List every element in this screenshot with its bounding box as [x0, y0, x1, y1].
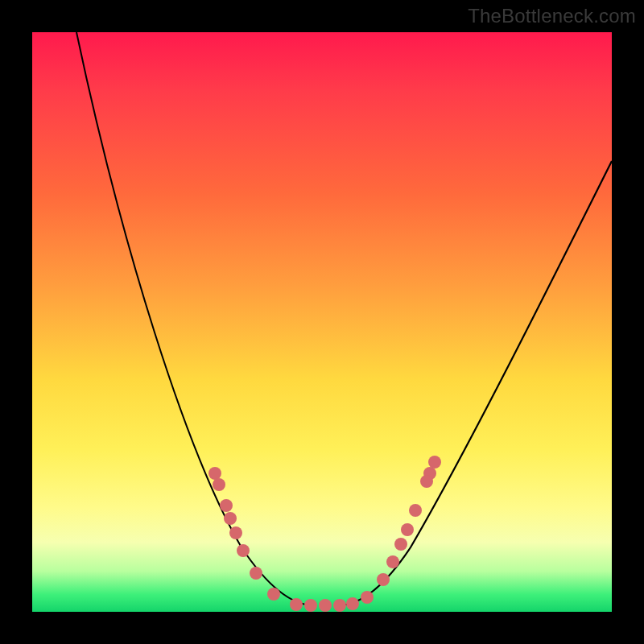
- chart-frame: TheBottleneck.com: [0, 0, 644, 644]
- watermark-text: TheBottleneck.com: [468, 5, 636, 27]
- data-marker: [386, 555, 399, 568]
- data-marker: [208, 467, 221, 480]
- chart-plot-area: [32, 32, 612, 612]
- data-marker: [220, 499, 233, 512]
- data-marker: [250, 567, 262, 580]
- data-marker: [361, 591, 374, 604]
- data-marker: [420, 475, 433, 488]
- curve-left: [76, 32, 314, 605]
- data-marker: [333, 599, 346, 612]
- data-marker: [267, 588, 280, 601]
- data-marker: [229, 526, 242, 539]
- marker-layer: [208, 456, 441, 612]
- data-marker: [394, 538, 407, 551]
- data-marker: [237, 544, 250, 557]
- data-marker: [213, 478, 225, 491]
- data-marker: [304, 599, 317, 612]
- data-marker: [401, 523, 414, 536]
- chart-svg: [32, 32, 612, 612]
- data-marker: [290, 598, 303, 611]
- data-marker: [409, 504, 422, 517]
- data-marker: [319, 599, 332, 612]
- data-marker: [224, 512, 237, 525]
- data-marker: [428, 456, 441, 469]
- data-marker: [377, 573, 390, 586]
- data-marker: [346, 597, 359, 610]
- curve-right: [338, 161, 612, 605]
